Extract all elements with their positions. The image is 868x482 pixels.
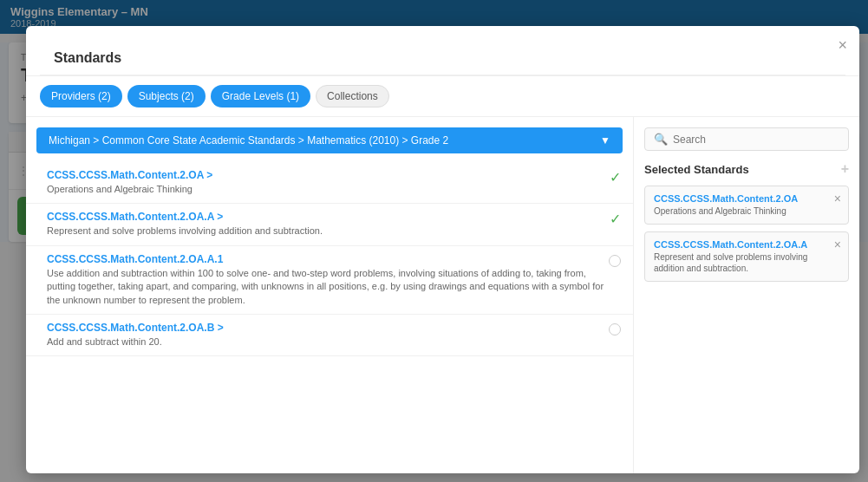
remove-selected-0[interactable]: × <box>834 192 841 205</box>
selected-standard-0: CCSS.CCSS.Math.Content.2.OA Operations a… <box>644 186 849 225</box>
selected-standard-1: CCSS.CCSS.Math.Content.2.OA.A Represent … <box>644 231 849 282</box>
standard-radio-2[interactable] <box>609 255 621 267</box>
standard-item-1: CCSS.CCSS.Math.Content.2.OA.A > Represen… <box>26 204 633 245</box>
standards-breadcrumb[interactable]: Michigan > Common Core State Academic St… <box>36 127 623 153</box>
tab-providers[interactable]: Providers (2) <box>40 85 122 107</box>
standard-item-2: CCSS.CCSS.Math.Content.2.OA.A.1 Use addi… <box>26 246 633 315</box>
breadcrumb-arrow-icon: ▼ <box>600 134 610 147</box>
filter-tabs: Providers (2) Subjects (2) Grade Levels … <box>26 76 859 117</box>
add-selected-icon[interactable]: + <box>841 161 849 177</box>
modal-body: Michigan > Common Core State Academic St… <box>26 117 859 473</box>
standard-selected-1: ✓ <box>610 211 621 227</box>
tab-collections[interactable]: Collections <box>316 85 389 107</box>
tab-grade-levels[interactable]: Grade Levels (1) <box>211 85 310 107</box>
modal-right-panel: 🔍 Selected Standards + CCSS.CCSS.Math.Co… <box>634 117 859 473</box>
breadcrumb-text: Michigan > Common Core State Academic St… <box>49 134 600 147</box>
modal-left-panel: Michigan > Common Core State Academic St… <box>26 117 634 473</box>
standard-code-3[interactable]: CCSS.CCSS.Math.Content.2.OA.B > <box>47 322 609 334</box>
selected-desc-1: Represent and solve problems involving a… <box>654 251 839 274</box>
standard-selected-0: ✓ <box>610 169 621 186</box>
tab-subjects[interactable]: Subjects (2) <box>127 85 206 107</box>
standard-desc-1: Represent and solve problems involving a… <box>47 225 323 238</box>
modal-close-button[interactable]: × <box>838 36 847 55</box>
standard-item-0: CCSS.CCSS.Math.Content.2.OA > Operations… <box>26 162 633 204</box>
standard-desc-3: Add and subtract within 20. <box>47 335 609 348</box>
standard-item-3: CCSS.CCSS.Math.Content.2.OA.B > Add and … <box>26 315 633 356</box>
selected-desc-0: Operations and Algebraic Thinking <box>654 205 839 217</box>
search-input[interactable] <box>673 134 839 146</box>
standard-desc-0: Operations and Algebraic Thinking <box>47 183 212 196</box>
selected-standards-title: Selected Standards + <box>644 161 849 177</box>
standards-modal: Standards × Providers (2) Subjects (2) G… <box>26 26 859 473</box>
standard-code-2[interactable]: CCSS.CCSS.Math.Content.2.OA.A.1 <box>47 253 609 265</box>
selected-code-1: CCSS.CCSS.Math.Content.2.OA.A <box>654 239 839 250</box>
modal-title: Standards <box>40 38 845 75</box>
search-icon: 🔍 <box>654 133 668 146</box>
standard-desc-2: Use addition and subtraction within 100 … <box>47 267 609 307</box>
remove-selected-1[interactable]: × <box>834 238 841 251</box>
standard-radio-3[interactable] <box>609 323 621 335</box>
search-box: 🔍 <box>644 127 849 151</box>
standard-code-0[interactable]: CCSS.CCSS.Math.Content.2.OA > <box>47 169 212 181</box>
selected-code-0: CCSS.CCSS.Math.Content.2.OA <box>654 193 839 204</box>
standard-code-1[interactable]: CCSS.CCSS.Math.Content.2.OA.A > <box>47 211 323 223</box>
